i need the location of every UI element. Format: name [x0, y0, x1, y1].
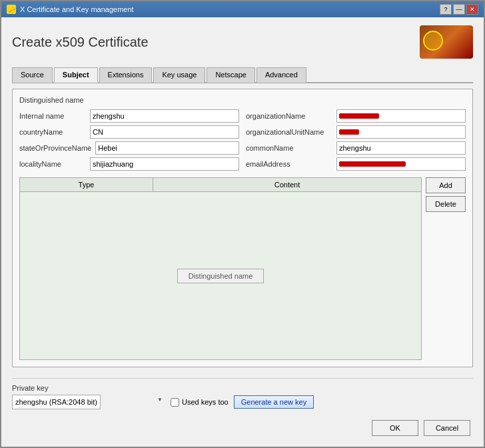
state-province-row: stateOrProvinceName	[19, 141, 239, 155]
table-body: Distinguished name	[20, 192, 421, 359]
distinguished-name-section-label: Distinguished name	[19, 96, 466, 104]
dialog-buttons: OK Cancel	[12, 415, 473, 439]
left-fields: Internal name countryName stateOrProvinc…	[19, 109, 239, 171]
country-name-row: countryName	[19, 125, 239, 139]
tab-bar: Source Subject Extensions Key usage Nets…	[12, 67, 473, 83]
internal-name-input[interactable]	[90, 109, 239, 123]
tab-extensions[interactable]: Extensions	[99, 67, 153, 83]
email-redacted	[339, 161, 406, 167]
locality-input[interactable]	[90, 157, 239, 171]
add-button[interactable]: Add	[426, 177, 466, 193]
tab-netscape[interactable]: Netscape	[207, 67, 254, 83]
org-unit-redacted	[339, 129, 359, 135]
table-section: Type Content Distinguished name Add Dele…	[19, 177, 466, 360]
private-key-label: Private key	[12, 384, 473, 392]
close-button[interactable]: ✕	[466, 4, 478, 15]
app-logo	[420, 25, 473, 59]
right-fields: organizationName organizationalUnitName …	[246, 109, 466, 171]
tab-advanced[interactable]: Advanced	[256, 67, 306, 83]
org-unit-field	[336, 125, 466, 139]
generate-key-button[interactable]: Generate a new key	[234, 395, 314, 409]
locality-label: localityName	[19, 160, 86, 168]
main-panel: Distinguished name Internal name country…	[12, 89, 473, 367]
cert-table: Type Content Distinguished name	[19, 177, 422, 360]
internal-name-row: Internal name	[19, 109, 239, 123]
col-type-header: Type	[20, 178, 153, 191]
key-select-wrapper: zhengshu (RSA:2048 bit)	[12, 395, 165, 409]
content-area: Create x509 Certificate Source Subject E…	[1, 17, 484, 447]
minimize-button[interactable]: —	[453, 4, 465, 15]
org-unit-row: organizationalUnitName	[246, 125, 466, 139]
used-keys-label: Used keys too	[171, 398, 229, 407]
org-name-redacted	[339, 113, 379, 119]
org-name-label: organizationName	[246, 112, 332, 120]
private-key-row: zhengshu (RSA:2048 bit) Used keys too Ge…	[12, 395, 473, 409]
org-name-row: organizationName	[246, 109, 466, 123]
common-name-label: commonName	[246, 144, 332, 152]
fields-grid: Internal name countryName stateOrProvinc…	[19, 109, 466, 171]
title-bar: 🔑 X Certificate and Key management ? — ✕	[1, 1, 484, 17]
tab-source[interactable]: Source	[12, 67, 53, 83]
page-title: Create x509 Certificate	[12, 35, 149, 50]
app-header: Create x509 Certificate	[12, 25, 473, 59]
country-name-label: countryName	[19, 128, 86, 136]
main-window: 🔑 X Certificate and Key management ? — ✕…	[0, 0, 485, 448]
state-province-input[interactable]	[95, 141, 239, 155]
help-button[interactable]: ?	[440, 4, 452, 15]
logo-image	[420, 25, 473, 59]
ok-button[interactable]: OK	[372, 420, 418, 436]
table-buttons: Add Delete	[426, 177, 466, 360]
delete-button[interactable]: Delete	[426, 196, 466, 212]
logo-circle	[423, 31, 443, 51]
used-keys-checkbox[interactable]	[171, 398, 179, 407]
locality-row: localityName	[19, 157, 239, 171]
cancel-button[interactable]: Cancel	[424, 420, 470, 436]
bottom-section: Private key zhengshu (RSA:2048 bit) Used…	[12, 378, 473, 409]
state-province-label: stateOrProvinceName	[19, 144, 91, 152]
org-name-field	[336, 109, 466, 123]
table-header: Type Content	[20, 178, 421, 192]
common-name-input[interactable]	[336, 141, 466, 155]
internal-name-label: Internal name	[19, 112, 86, 120]
org-unit-label: organizationalUnitName	[246, 128, 332, 136]
country-name-input[interactable]	[90, 125, 239, 139]
window-title: X Certificate and Key management	[20, 5, 134, 13]
email-field	[336, 157, 466, 171]
tab-key-usage[interactable]: Key usage	[153, 67, 205, 83]
email-row: emailAddress	[246, 157, 466, 171]
col-content-header: Content	[153, 178, 421, 191]
app-icon: 🔑	[7, 5, 16, 14]
key-select[interactable]: zhengshu (RSA:2048 bit)	[12, 395, 101, 409]
tab-subject[interactable]: Subject	[54, 67, 98, 83]
used-keys-text: Used keys too	[182, 398, 229, 406]
email-label: emailAddress	[246, 160, 332, 168]
distinguished-name-button[interactable]: Distinguished name	[177, 269, 264, 283]
common-name-row: commonName	[246, 141, 466, 155]
